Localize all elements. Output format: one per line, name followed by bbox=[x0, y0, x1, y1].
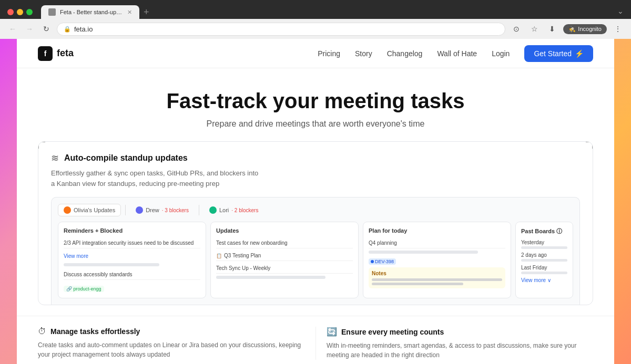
lori-avatar bbox=[209, 206, 217, 214]
features-section: ≋ Auto-compile standup updates Effortles… bbox=[17, 141, 614, 316]
plan-title: Plan for today bbox=[369, 227, 505, 234]
refresh-button[interactable]: ↻ bbox=[40, 23, 53, 35]
feature-description: Effortlessly gather & sync open tasks, G… bbox=[51, 168, 261, 189]
lori-blockers: · 2 blockers bbox=[231, 207, 258, 213]
browser-chrome: Feta - Better stand-ups, retr… ✕ + ⌄ ← →… bbox=[0, 0, 631, 39]
window-controls: ⌄ bbox=[617, 7, 624, 17]
hero-section: Fast-track your meeting tasks Prepare an… bbox=[17, 68, 614, 141]
menu-icon[interactable]: ⋮ bbox=[611, 22, 625, 36]
active-tab[interactable]: Feta - Better stand-ups, retr… ✕ bbox=[41, 5, 139, 19]
past-boards-panel: Past Boards ⓘ Yesterday 2 days ago Last … bbox=[515, 222, 573, 298]
past-board-2days: 2 days ago bbox=[521, 252, 567, 262]
close-traffic-light[interactable] bbox=[7, 9, 14, 15]
tab-lori[interactable]: Lori · 2 blockers bbox=[203, 204, 264, 216]
past-board-lastfriday: Last Friday bbox=[521, 265, 567, 274]
product-engg-tag: 🔗 product-engg bbox=[64, 286, 104, 292]
clock-icon: ⏱ bbox=[38, 327, 46, 336]
update-item-2: 📋 Q3 Testing Plan bbox=[216, 251, 353, 261]
two-days-bar bbox=[521, 259, 567, 262]
last-friday-label: Last Friday bbox=[521, 265, 567, 271]
olivia-tab-label: Olivia's Updates bbox=[74, 207, 115, 213]
reminders-title: Reminders + Blocked bbox=[64, 227, 200, 234]
auto-compile-card: ≋ Auto-compile standup updates Effortles… bbox=[38, 141, 593, 305]
manage-tasks-desc: Create tasks and auto-comment updates on… bbox=[38, 340, 305, 359]
tab-title: Feta - Better stand-ups, retr… bbox=[60, 9, 123, 15]
past-boards-view-more[interactable]: View more ∨ bbox=[521, 277, 567, 283]
nav-right-buttons: ⊙ ☆ ⬇ 🕵 Incognito ⋮ bbox=[510, 22, 625, 36]
placeholder-toggle bbox=[64, 263, 159, 266]
url-text: feta.io bbox=[74, 25, 93, 33]
notes-line-1 bbox=[372, 278, 502, 281]
feature-header: ≋ Auto-compile standup updates bbox=[51, 152, 580, 164]
ensure-meetings-desc: With in-meeting reminders, smart agendas… bbox=[327, 341, 593, 360]
olivia-avatar bbox=[64, 206, 71, 214]
hero-subtitle: Prepare and drive meetings that are wort… bbox=[38, 119, 593, 129]
drew-tab-label: Drew bbox=[146, 207, 159, 213]
incognito-label: Incognito bbox=[578, 26, 602, 32]
get-started-label: Get Started bbox=[534, 49, 572, 58]
site-header: f feta Pricing Story Changelog Wall of H… bbox=[17, 39, 614, 68]
reminder-item-1: 2/3 API integration security issues need… bbox=[64, 238, 200, 248]
minimize-traffic-light[interactable] bbox=[17, 9, 23, 15]
manage-tasks-header: ⏱ Manage tasks effortlessly bbox=[38, 327, 305, 336]
back-button[interactable]: ← bbox=[6, 23, 19, 35]
notes-box: Notes bbox=[369, 267, 505, 288]
forward-button[interactable]: → bbox=[23, 23, 36, 35]
get-started-button[interactable]: Get Started ⚡ bbox=[524, 45, 593, 62]
cast-icon[interactable]: ⊙ bbox=[510, 22, 523, 36]
page-wrapper: f feta Pricing Story Changelog Wall of H… bbox=[17, 39, 614, 364]
reminders-column: Reminders + Blocked 2/3 API integration … bbox=[58, 222, 206, 298]
title-bar: Feta - Better stand-ups, retr… ✕ + ⌄ bbox=[0, 0, 631, 19]
last-friday-bar bbox=[521, 272, 567, 274]
standup-tabs: Olivia's Updates Drew · 3 blockers Lori bbox=[58, 204, 573, 216]
notes-title: Notes bbox=[372, 271, 502, 276]
logo-link[interactable]: f feta bbox=[38, 46, 74, 61]
ensure-meetings-title: Ensure every meeting counts bbox=[341, 328, 444, 336]
tab-favicon bbox=[48, 8, 56, 16]
plan-placeholder-1 bbox=[369, 251, 478, 254]
incognito-button[interactable]: 🕵 Incognito bbox=[563, 24, 607, 34]
dev-badge: DEV-398 bbox=[369, 258, 396, 265]
updates-column: Updates Test cases for new onboarding 📋 … bbox=[210, 222, 359, 298]
list-icon: ≋ bbox=[51, 152, 59, 164]
logo-icon: f bbox=[38, 46, 53, 61]
logo-text: feta bbox=[57, 48, 74, 59]
standup-columns: Reminders + Blocked 2/3 API integration … bbox=[58, 222, 573, 298]
updates-title: Updates bbox=[216, 227, 353, 234]
yesterday-bar bbox=[521, 246, 567, 249]
lori-tab-label: Lori bbox=[219, 207, 229, 213]
incognito-hat-icon: 🕵 bbox=[568, 26, 576, 33]
bracket-top-right bbox=[586, 141, 593, 149]
nav-pricing[interactable]: Pricing bbox=[318, 49, 340, 58]
bookmark-icon[interactable]: ☆ bbox=[527, 22, 541, 36]
nav-login[interactable]: Login bbox=[492, 49, 510, 58]
ensure-meetings-header: 🔄 Ensure every meeting counts bbox=[327, 327, 593, 337]
plan-column: Plan for today Q4 planning DEV-398 Notes bbox=[363, 222, 511, 298]
traffic-lights bbox=[7, 9, 33, 15]
browser-nav-bar: ← → ↻ 🔒 feta.io ⊙ ☆ ⬇ 🕵 Incognito ⋮ bbox=[0, 19, 631, 39]
new-tab-button[interactable]: + bbox=[139, 7, 154, 18]
tab-olivia[interactable]: Olivia's Updates bbox=[58, 204, 121, 216]
site-nav: Pricing Story Changelog Wall of Hate Log… bbox=[318, 45, 593, 62]
nav-changelog[interactable]: Changelog bbox=[387, 49, 423, 58]
tab-drew[interactable]: Drew · 3 blockers bbox=[130, 204, 195, 216]
standup-preview: Olivia's Updates Drew · 3 blockers Lori bbox=[51, 197, 580, 305]
feature-title: Auto-compile standup updates bbox=[64, 153, 188, 163]
download-icon[interactable]: ⬇ bbox=[545, 22, 559, 36]
manage-tasks-feature: ⏱ Manage tasks effortlessly Create tasks… bbox=[38, 327, 316, 360]
nav-story[interactable]: Story bbox=[355, 49, 372, 58]
fullscreen-traffic-light[interactable] bbox=[26, 9, 33, 15]
tab-bar: Feta - Better stand-ups, retr… ✕ + bbox=[41, 5, 613, 19]
bracket-top-left bbox=[38, 141, 45, 149]
yesterday-label: Yesterday bbox=[521, 240, 567, 245]
notes-line-2 bbox=[372, 283, 463, 285]
tab-close-button[interactable]: ✕ bbox=[127, 9, 132, 16]
view-more-link[interactable]: View more bbox=[64, 253, 88, 259]
manage-tasks-title: Manage tasks effortlessly bbox=[50, 327, 140, 336]
update-placeholder bbox=[216, 276, 325, 279]
nav-wall-of-hate[interactable]: Wall of Hate bbox=[437, 49, 477, 58]
lock-icon: 🔒 bbox=[64, 26, 71, 33]
product-tag: 🔗 product-engg bbox=[64, 283, 200, 293]
address-bar[interactable]: 🔒 feta.io bbox=[57, 23, 505, 36]
hero-title: Fast-track your meeting tasks bbox=[38, 89, 593, 113]
